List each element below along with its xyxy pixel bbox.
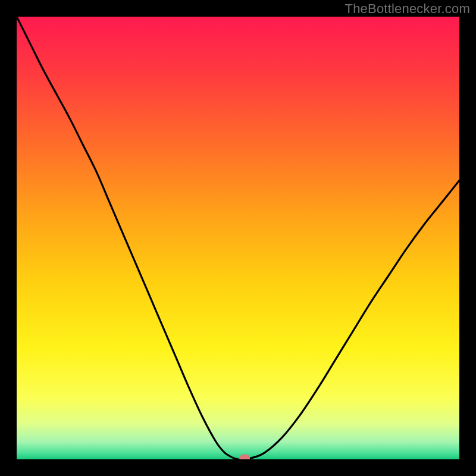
chart-frame: TheBottlenecker.com <box>0 0 476 476</box>
gradient-background <box>17 17 459 459</box>
watermark-label: TheBottlenecker.com <box>345 1 470 17</box>
bottleneck-chart <box>17 17 459 459</box>
